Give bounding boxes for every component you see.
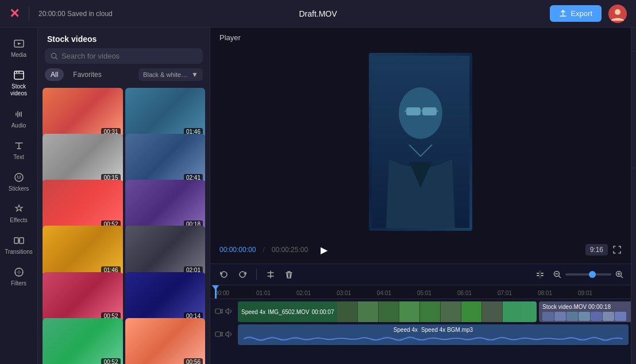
list-item[interactable]: 00:18 [125, 180, 206, 230]
frame-thumb [461, 301, 482, 322]
redo-button[interactable] [236, 268, 249, 281]
ratio-badge[interactable]: 9:16 [585, 244, 608, 255]
frame-thumb [441, 301, 461, 322]
svg-rect-11 [20, 238, 24, 243]
stock-frame [615, 312, 626, 321]
split-button[interactable] [264, 268, 277, 281]
ruler-mark: 08:01 [538, 290, 552, 296]
avatar-image [608, 5, 627, 23]
play-button[interactable]: ▶ [315, 241, 333, 259]
list-item[interactable]: 02:01 [125, 226, 206, 276]
right-section-toggle: Basic Background [631, 52, 636, 88]
stock-frame [566, 312, 578, 321]
center-panel: Player [210, 28, 631, 364]
list-item[interactable]: 00:31 [43, 88, 123, 138]
filter-tab-all[interactable]: All [45, 68, 64, 81]
track-camera-button-2[interactable] [215, 330, 223, 340]
topbar-right: Export [550, 5, 627, 23]
svg-point-13 [51, 53, 56, 57]
list-item[interactable]: 01:46 [43, 226, 123, 276]
svg-rect-17 [422, 107, 437, 115]
sidebar-item-stock[interactable]: Stock videos [2, 65, 36, 102]
filter-dropdown[interactable]: Black & white groun ▼ [138, 68, 203, 81]
search-box[interactable] [45, 48, 203, 64]
add-track-icon[interactable] [535, 270, 545, 279]
svg-marker-3 [18, 42, 21, 45]
video-grid: 00:31 01:46 00:15 02:41 00:52 00:18 01:4… [38, 86, 210, 364]
zoom-slider[interactable] [565, 273, 611, 276]
player-video-inner [369, 53, 472, 231]
timeline-ruler: 00:00 01:01 02:01 03:01 04:01 05:01 06:0… [210, 285, 631, 299]
list-item[interactable]: 00:52 [43, 318, 123, 364]
frame-thumb [358, 301, 379, 322]
effects-icon [13, 203, 25, 215]
clip-speed-label: Speed 4x [241, 309, 265, 315]
track-volume-button[interactable] [225, 307, 233, 317]
ruler-mark: 04:01 [377, 290, 391, 296]
svg-point-7 [15, 173, 23, 181]
filter-tab-favorites[interactable]: Favorites [67, 68, 107, 81]
ruler-mark: 00:00 [215, 290, 229, 296]
svg-rect-16 [406, 107, 421, 115]
svg-rect-10 [14, 238, 18, 243]
audio-clip[interactable]: Speed 4x Speed 4x BGM.mp3 [238, 324, 629, 345]
sidebar-item-stickers[interactable]: Stickers [2, 167, 36, 196]
delete-button[interactable] [282, 268, 296, 281]
video-duration: 00:52 [101, 358, 120, 364]
undo-icon [219, 270, 229, 279]
list-item[interactable]: 01:46 [125, 88, 206, 138]
player-header: Player [210, 28, 631, 48]
stock-frame [591, 312, 602, 321]
svg-point-6 [18, 72, 20, 73]
text-icon [13, 140, 25, 152]
avatar[interactable] [608, 5, 627, 23]
list-item[interactable]: 00:14 [125, 272, 206, 322]
chevron-down-icon: ▼ [191, 71, 198, 79]
stickers-icon [13, 172, 25, 183]
ruler-mark: 07:01 [498, 290, 512, 296]
position-size-section: Position and size ↺ Size 60% Position X … [631, 88, 636, 161]
search-input[interactable] [61, 52, 197, 60]
frame-thumb [482, 301, 503, 322]
camera-icon-2 [215, 330, 223, 338]
zoom-out-icon[interactable] [553, 270, 562, 279]
sidebar-item-effects[interactable]: Effects [2, 199, 36, 228]
list-item[interactable]: 00:15 [43, 134, 123, 184]
stock-clip-name: Stock video.MOV 00:00:18 [542, 304, 611, 309]
frame-thumb [420, 301, 441, 322]
sidebar: Media Stock videos Audio Text Stickers E… [0, 28, 38, 364]
frame-thumb [399, 301, 420, 322]
clip-name-label: IMG_6502.MOV [268, 309, 309, 315]
clip-duration-label: 00:00:07 [312, 309, 334, 315]
svg-rect-23 [215, 309, 221, 313]
list-item[interactable]: 02:41 [125, 134, 206, 184]
sidebar-item-text[interactable]: Text [2, 135, 36, 165]
player-canvas [210, 48, 631, 236]
sidebar-item-transitions[interactable]: Transitions [2, 230, 36, 260]
transitions-icon [13, 235, 25, 246]
frame-thumb [379, 301, 399, 322]
filter-tabs: All Favorites Black & white groun ▼ [38, 68, 210, 86]
list-item[interactable]: 00:52 [43, 180, 123, 230]
sidebar-item-filters[interactable]: Filters [2, 262, 36, 291]
ruler-mark: 03:01 [337, 290, 351, 296]
fullscreen-icon[interactable] [612, 245, 622, 254]
sidebar-item-audio[interactable]: Audio [2, 104, 36, 133]
toolbar-separator [256, 269, 257, 280]
track-volume-button-2[interactable] [225, 330, 233, 340]
svg-point-8 [17, 176, 18, 177]
video-clip-main[interactable]: Speed 4x IMG_6502.MOV 00:00:07 [238, 301, 537, 322]
undo-button[interactable] [217, 268, 231, 281]
export-button[interactable]: Export [550, 5, 602, 22]
zoom-in-icon[interactable] [615, 270, 624, 279]
audio-icon [13, 109, 25, 120]
blend-section: Blend ↺ Opacity 60% [631, 175, 636, 212]
sidebar-item-media[interactable]: Media [2, 33, 36, 63]
list-item[interactable]: 00:56 [125, 318, 206, 364]
video-clip-stock[interactable]: Stock video.MOV 00:00:18 [539, 301, 631, 322]
player-video-frame [369, 53, 472, 231]
playhead-line [215, 285, 217, 299]
track-camera-button[interactable] [215, 307, 223, 317]
list-item[interactable]: 00:52 [43, 272, 123, 322]
app-logo: ✕ [9, 6, 20, 21]
